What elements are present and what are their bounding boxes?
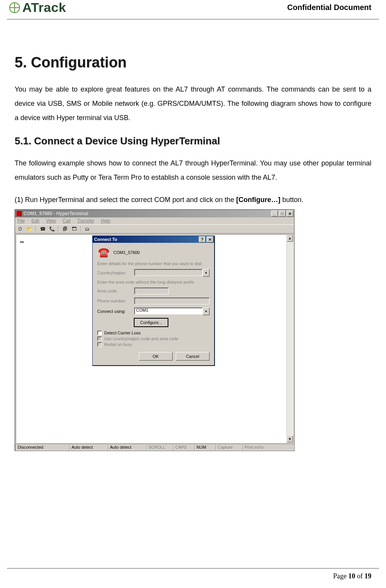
status-autodetect2: Auto detect — [107, 444, 146, 451]
area-code-input — [134, 287, 169, 294]
checkbox-detect[interactable] — [97, 331, 102, 335]
vertical-scrollbar[interactable]: ▲ ▼ — [286, 235, 293, 443]
status-printecho: Print echo — [242, 444, 294, 451]
cancel-button[interactable]: Cancel — [176, 352, 210, 361]
footer-mid: of — [355, 572, 364, 580]
status-bar: Disconnected Auto detect Auto detect SCR… — [15, 444, 294, 451]
dialog-title-text: Connect To — [94, 237, 117, 242]
chevron-down-icon[interactable]: ▼ — [203, 307, 210, 315]
menu-view[interactable]: View — [46, 218, 56, 224]
toolbar-divider — [80, 226, 81, 232]
dialog-titlebar: Connect To ? ✕ — [93, 236, 214, 243]
send-icon[interactable]: 🗐 — [61, 226, 69, 232]
app-icon — [17, 211, 22, 216]
call-icon[interactable]: ☎ — [39, 226, 47, 232]
menu-edit[interactable]: Edit — [32, 218, 40, 224]
use-country-label: Use country/region code and area code — [104, 336, 178, 341]
area-code-label: Area code: — [97, 289, 134, 293]
connect-to-dialog: Connect To ? ✕ ☎️ COM1_57600 Enter detai… — [92, 236, 215, 366]
header-divider — [7, 19, 379, 20]
country-combo — [134, 269, 203, 276]
cursor-icon — [20, 242, 24, 242]
phone-number-label: Phone number: — [97, 299, 134, 303]
brand-logo: ATrack — [9, 0, 66, 15]
phone-number-input — [134, 297, 210, 304]
subsection-heading: 5.1. Connect a Device Using HyperTermina… — [15, 135, 371, 147]
maximize-button[interactable]: □ — [279, 210, 286, 217]
menu-call[interactable]: Call — [63, 218, 71, 224]
status-autodetect1: Auto detect — [69, 444, 107, 451]
terminal-area[interactable]: Connect To ? ✕ ☎️ COM1_57600 Enter detai… — [16, 234, 293, 443]
receive-icon[interactable]: 🗔 — [70, 226, 78, 232]
connection-name: COM1_57600 — [113, 250, 140, 255]
status-caps: CAPS — [173, 444, 194, 451]
phone-icon: ☎️ — [97, 247, 110, 258]
checkbox-use-country: ✓ — [97, 336, 102, 341]
properties-icon[interactable]: 🗂 — [83, 226, 91, 232]
detect-carrier-label: Detect Carrier Loss — [104, 331, 141, 335]
footer-current-page: 10 — [348, 572, 355, 580]
page-footer: Page 10 of 19 — [333, 572, 372, 580]
hangup-icon[interactable]: 📞 — [48, 226, 56, 232]
status-num: NUM — [194, 444, 215, 451]
hyperterminal-title-text: COM1_57600 - HyperTerminal — [23, 211, 88, 216]
hyperterminal-window: COM1_57600 - HyperTerminal _ □ ✕ File Ed… — [15, 209, 294, 451]
close-button[interactable]: ✕ — [286, 210, 293, 217]
page-header: ATrack Confidential Document — [0, 0, 386, 17]
brand-name: ATrack — [22, 0, 66, 15]
section-intro-paragraph: You may be able to explore great feature… — [15, 82, 371, 125]
menu-file[interactable]: File — [17, 218, 25, 224]
configure-button[interactable]: Configure... — [134, 318, 168, 327]
step-1-suffix: button. — [280, 196, 303, 204]
scroll-down-icon[interactable]: ▼ — [287, 436, 293, 443]
hyperterminal-titlebar: COM1_57600 - HyperTerminal _ □ ✕ — [15, 210, 294, 217]
chevron-down-icon: ▼ — [203, 269, 210, 277]
connect-using-label: Connect using: — [97, 309, 134, 314]
step-1-bold: [Configure…] — [236, 196, 280, 204]
toolbar-divider — [36, 226, 37, 232]
help-button[interactable]: ? — [199, 236, 206, 242]
step-1-prefix: (1) Run HyperTerminal and select the cor… — [15, 196, 236, 204]
footer-divider — [7, 568, 379, 569]
new-icon[interactable]: 🗋 — [17, 226, 24, 232]
crosshair-icon — [9, 2, 20, 13]
subsection-intro-paragraph: The following example shows how to conne… — [15, 156, 371, 185]
toolbar: 🗋 📂 ☎ 📞 🗐 🗔 🗂 — [15, 224, 294, 234]
scroll-track[interactable] — [287, 242, 293, 436]
scroll-up-icon[interactable]: ▲ — [287, 235, 293, 242]
toolbar-divider — [58, 226, 59, 232]
status-scroll: SCROLL — [146, 444, 173, 451]
footer-total-pages: 19 — [364, 572, 371, 580]
minimize-button[interactable]: _ — [271, 210, 278, 217]
area-prefix-label: Enter the area code without the long-dis… — [97, 280, 210, 284]
menu-bar: File Edit View Call Transfer Help — [15, 217, 294, 224]
section-heading: 5. Configuration — [15, 54, 371, 71]
enter-details-label: Enter details for the phone number that … — [97, 261, 210, 266]
redial-label: Redial on busy — [104, 342, 132, 347]
status-connection: Disconnected — [15, 444, 69, 451]
menu-transfer[interactable]: Transfer — [77, 218, 94, 224]
country-label: Country/region: — [97, 271, 134, 275]
open-icon[interactable]: 📂 — [26, 226, 33, 232]
menu-help[interactable]: Help — [101, 218, 110, 224]
dialog-close-button[interactable]: ✕ — [206, 236, 213, 242]
status-capture: Capture — [215, 444, 242, 451]
connect-using-combo[interactable]: COM1 — [134, 307, 203, 314]
step-1: (1) Run HyperTerminal and select the cor… — [15, 193, 371, 207]
footer-pre: Page — [333, 572, 349, 580]
checkbox-redial — [97, 342, 102, 347]
confidential-label: Confidential Document — [287, 3, 371, 12]
ok-button[interactable]: OK — [139, 352, 173, 361]
